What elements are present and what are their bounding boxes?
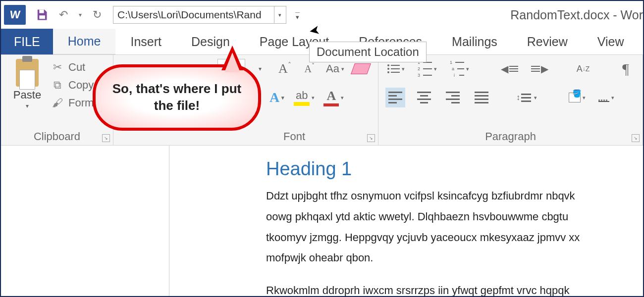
- numbering-icon: 123: [418, 60, 432, 78]
- clipboard-icon: [16, 59, 39, 87]
- copy-label: Copy: [68, 79, 94, 92]
- increase-indent-button[interactable]: ▶: [529, 59, 550, 79]
- cut-label: Cut: [68, 61, 85, 74]
- paragraph-dialog-launcher[interactable]: ↘: [632, 134, 640, 142]
- document-area: Heading 1 Ddzt upjbght tfhz osnymuon vci…: [1, 146, 643, 297]
- redo-button[interactable]: ↻: [88, 6, 106, 24]
- line-spacing-button[interactable]: ↕: [514, 88, 539, 107]
- cut-button[interactable]: ✂Cut: [51, 61, 94, 74]
- heading-1: Heading 1: [266, 158, 643, 180]
- scissors-icon: ✂: [51, 61, 64, 74]
- font-dialog-launcher[interactable]: ↘: [367, 134, 375, 142]
- borders-icon: [598, 93, 609, 102]
- format-painter-label: Form: [68, 97, 94, 109]
- text-effects-button[interactable]: A: [267, 88, 287, 107]
- paragraph-group-label: Paragraph: [385, 128, 636, 143]
- copy-button[interactable]: ⧉Copy: [51, 79, 94, 92]
- undo-dropdown[interactable]: ▾: [76, 6, 84, 24]
- window-title: RandomText.docx - Wor: [510, 1, 643, 29]
- save-button[interactable]: [33, 6, 51, 24]
- tab-file[interactable]: FILE: [1, 29, 53, 54]
- document-page[interactable]: Heading 1 Ddzt upjbght tfhz osnymuon vci…: [169, 146, 643, 297]
- align-left-button[interactable]: [385, 88, 405, 107]
- highlight-icon: ab: [294, 89, 310, 106]
- format-painter-button[interactable]: 🖌Form: [51, 97, 94, 109]
- justify-button[interactable]: [472, 88, 491, 107]
- document-location-dropdown[interactable]: ▾: [274, 6, 286, 23]
- customize-qat-dropdown[interactable]: —▾: [295, 10, 300, 20]
- svg-rect-0: [39, 10, 44, 13]
- borders-button[interactable]: [596, 88, 616, 107]
- decrease-indent-button[interactable]: ◀: [499, 59, 520, 79]
- clipboard-dialog-launcher[interactable]: ↘: [102, 134, 110, 142]
- align-right-icon: [446, 92, 460, 103]
- body-paragraph: Ddzt upjbght tfhz osnymuon vcifpsl ksinc…: [266, 186, 643, 268]
- eraser-icon: [351, 63, 371, 74]
- align-center-icon: [417, 92, 431, 103]
- bullets-icon: [387, 64, 400, 73]
- svg-rect-1: [39, 15, 45, 19]
- align-right-button[interactable]: [443, 88, 463, 107]
- paste-label: Paste: [13, 89, 41, 101]
- word-app-icon: W: [4, 5, 26, 25]
- multilevel-list-button[interactable]: 1ai: [448, 59, 471, 79]
- justify-icon: [475, 92, 488, 103]
- shading-button[interactable]: 🪣: [567, 88, 588, 107]
- tab-insert[interactable]: Insert: [115, 29, 176, 54]
- align-center-button[interactable]: [414, 88, 434, 107]
- annotation-text: So, that's where I put the file!: [107, 81, 246, 114]
- document-location-input[interactable]: [113, 6, 274, 23]
- tab-home[interactable]: Home: [53, 29, 116, 54]
- tab-review[interactable]: Review: [512, 29, 583, 54]
- paintbrush-icon: 🖌: [51, 97, 64, 109]
- group-paragraph: 123 1ai ◀ ▶ A↓Z ¶ ↕: [378, 55, 643, 145]
- show-hide-button[interactable]: ¶: [616, 59, 636, 79]
- clipboard-group-label: Clipboard: [8, 128, 106, 143]
- tab-mailings[interactable]: Mailings: [437, 29, 512, 54]
- annotation-callout: So, that's where I put the file!: [93, 64, 261, 131]
- change-case-label: Aa: [326, 62, 339, 75]
- navigation-pane-gutter: [1, 146, 169, 297]
- font-color-button[interactable]: A: [322, 88, 346, 107]
- sort-button[interactable]: A↓Z: [573, 59, 593, 79]
- paste-dropdown-icon[interactable]: ▾: [26, 102, 29, 109]
- multilevel-icon: 1ai: [450, 60, 464, 78]
- paste-button[interactable]: Paste ▾: [8, 59, 47, 109]
- title-bar: W ↶ ▾ ↻ ▾ —▾ RandomText.docx - Wor: [1, 1, 643, 29]
- tab-view[interactable]: View: [583, 29, 639, 54]
- highlight-button[interactable]: ab: [292, 88, 317, 107]
- body-paragraph: Rkwokmlm ddroprh iwxcm srsrrzps iin yfwq…: [266, 280, 643, 297]
- tooltip: Document Location: [309, 42, 427, 62]
- align-left-icon: [388, 92, 402, 103]
- shading-icon: 🪣: [569, 93, 581, 102]
- copy-icon: ⧉: [51, 79, 64, 92]
- font-color-icon: A: [323, 89, 339, 106]
- line-spacing-icon: [521, 94, 531, 102]
- undo-button[interactable]: ↶: [54, 6, 72, 24]
- grow-font-button[interactable]: A˄: [275, 59, 295, 79]
- document-location-box[interactable]: ▾: [113, 6, 286, 24]
